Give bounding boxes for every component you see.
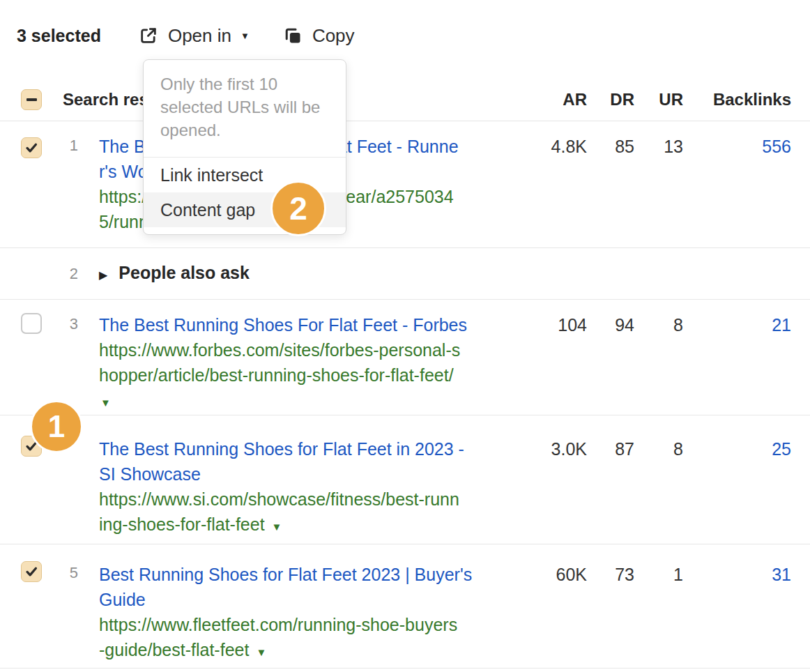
- chevron-down-icon: ▼: [240, 31, 250, 41]
- result-url: https://www.fleetfeet.com/running-shoe-b…: [99, 612, 545, 637]
- copy-button[interactable]: Copy: [283, 25, 355, 47]
- result-url: https://www.forbes.com/sites/forbes-pers…: [99, 337, 545, 362]
- result-title[interactable]: The Best Running Shoes For Flat Feet - F…: [99, 312, 545, 337]
- column-ar: AR: [563, 90, 587, 109]
- annotation-badge-2: 2: [270, 181, 326, 236]
- backlinks-value[interactable]: 21: [772, 312, 791, 337]
- open-in-button[interactable]: Open in ▼: [139, 25, 250, 47]
- serp-results-page: 3 selected Open in ▼ Copy Search results…: [0, 0, 810, 672]
- selected-count: 3 selected: [17, 26, 101, 46]
- row-number: 3: [59, 315, 78, 333]
- row-number: 5: [59, 564, 78, 582]
- ur-value: 8: [673, 436, 683, 461]
- checkmark-icon: [24, 564, 39, 579]
- ar-value: 4.8K: [551, 134, 587, 159]
- row-number: 1: [59, 137, 78, 155]
- copy-label: Copy: [312, 25, 355, 47]
- dr-value: 73: [615, 562, 634, 587]
- column-dr: DR: [610, 90, 634, 109]
- open-in-label: Open in: [168, 25, 231, 47]
- expand-caret-icon[interactable]: ▼: [272, 521, 282, 533]
- result-url: hopper/article/best-running-shoes-for-fl…: [99, 362, 545, 388]
- expand-caret-icon[interactable]: ▼: [256, 646, 266, 658]
- result-title[interactable]: SI Showcase: [99, 461, 545, 487]
- group-label: People also ask: [119, 263, 250, 282]
- result-cell: The Best Running Shoes for Flat Feet in …: [99, 436, 545, 540]
- selection-toolbar: 3 selected Open in ▼ Copy: [17, 21, 355, 50]
- row-checkbox[interactable]: [21, 561, 42, 582]
- indeterminate-mark-icon: [26, 98, 37, 101]
- result-cell: Best Running Shoes for Flat Feet 2023 | …: [99, 562, 545, 665]
- result-title[interactable]: The Best Running Shoes for Flat Feet in …: [99, 436, 545, 461]
- table-row: 5 Best Running Shoes for Flat Feet 2023 …: [0, 544, 810, 669]
- table-row: 1 The Best Running Shoes for Flat Feet -…: [0, 121, 810, 248]
- ar-value: 3.0K: [551, 436, 587, 461]
- dr-value: 87: [615, 436, 634, 461]
- ur-value: 8: [673, 312, 683, 337]
- result-cell: The Best Running Shoes For Flat Feet - F…: [99, 312, 545, 415]
- expand-caret-icon[interactable]: ▼: [100, 397, 111, 408]
- dr-value: 85: [615, 134, 634, 159]
- table-row: 2 ▶People also ask: [0, 247, 810, 300]
- result-url: -guide/best-flat-feet: [99, 640, 249, 659]
- result-title[interactable]: Best Running Shoes for Flat Feet 2023 | …: [99, 562, 545, 587]
- group-cell: ▶People also ask: [99, 263, 545, 283]
- expand-triangle-icon[interactable]: ▶: [99, 269, 107, 281]
- row-checkbox[interactable]: [21, 313, 42, 334]
- dropdown-hint: Only the first 10 selected URLs will be …: [144, 60, 346, 157]
- result-url: ing-shoes-for-flat-feet: [99, 514, 265, 534]
- column-backlinks: Backlinks: [713, 90, 791, 109]
- ar-value: 60K: [556, 562, 587, 587]
- result-url: https://www.si.com/showcase/fitness/best…: [99, 487, 545, 512]
- row-checkbox[interactable]: [21, 137, 42, 158]
- ur-value: 1: [673, 562, 683, 587]
- result-title[interactable]: Guide: [99, 587, 545, 612]
- backlinks-value[interactable]: 556: [762, 134, 791, 159]
- row-number: 2: [59, 265, 78, 283]
- external-link-icon: [139, 26, 158, 45]
- table-header: Search results AR DR UR Backlinks: [0, 78, 810, 121]
- backlinks-value[interactable]: 25: [772, 436, 791, 461]
- ar-value: 104: [558, 312, 587, 337]
- ur-value: 13: [664, 134, 683, 159]
- table-row: 3 The Best Running Shoes For Flat Feet -…: [0, 299, 810, 415]
- dr-value: 94: [615, 312, 634, 337]
- checkmark-icon: [24, 140, 39, 155]
- table-row: The Best Running Shoes for Flat Feet in …: [0, 415, 810, 544]
- backlinks-value[interactable]: 31: [772, 562, 791, 587]
- select-all-checkbox[interactable]: [21, 89, 42, 110]
- annotation-badge-1: 1: [30, 400, 83, 453]
- copy-icon: [283, 26, 303, 45]
- column-ur: UR: [659, 90, 683, 109]
